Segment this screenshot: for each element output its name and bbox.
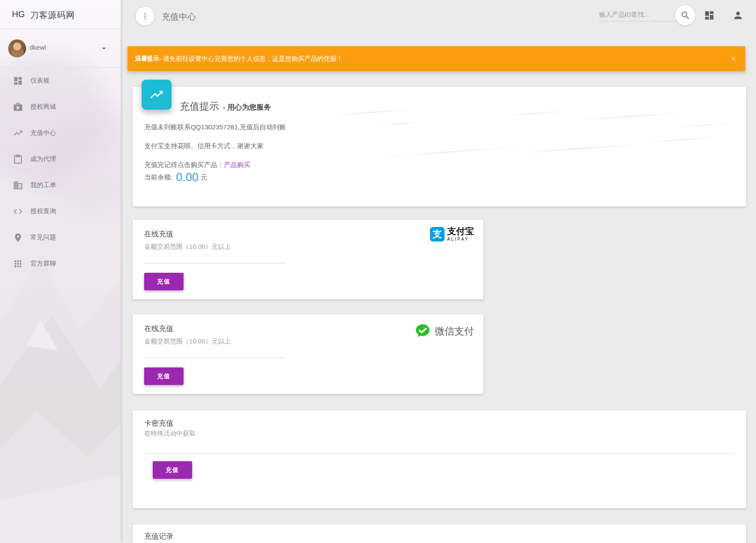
apps-launcher-button[interactable] <box>704 10 715 21</box>
decor-streak <box>676 122 732 128</box>
sidebar: HG 刀客源码网 dkewl 仪表板 授权商城 充值中心 <box>0 0 121 543</box>
alipay-recharge-card: 在线充值 金额交易范围（10.00）元以上 充值 支 支付宝 ALIPAY <box>133 220 483 299</box>
sidebar-item-label: 仪表板 <box>30 77 50 85</box>
tip-card-title: 充值提示 <box>180 100 219 113</box>
records-card-title: 充值记录 <box>144 531 173 541</box>
sidebar-item-faq[interactable]: 常见问题 <box>0 224 121 251</box>
alipay-logo: 支 支付宝 ALIPAY <box>430 227 474 242</box>
wechat-pay-logo: 微信支付 <box>415 323 474 339</box>
apps-grid-icon <box>13 259 23 269</box>
decor-streak <box>642 137 719 143</box>
decor-streak <box>522 144 637 154</box>
sidebar-item-label: 充值中心 <box>30 129 56 137</box>
wechat-card-subtitle: 金额交易范围（10.00）元以上 <box>144 337 231 346</box>
alipay-icon: 支 <box>430 227 445 242</box>
page-title: 充值中心 <box>162 11 196 23</box>
building-icon <box>13 180 23 191</box>
decor-streak <box>379 122 419 126</box>
tip-line-buy: 充值完记得点击购买产品：产品购买 <box>144 161 250 170</box>
wechat-logo-text: 微信支付 <box>435 325 474 338</box>
more-vert-icon <box>140 12 150 21</box>
trending-up-icon <box>149 87 164 102</box>
sidebar-item-official-chat[interactable]: 官方群聊 <box>0 251 121 277</box>
tip-card-subtitle: - 用心为您服务 <box>223 102 271 112</box>
sidebar-item-label: 官方群聊 <box>30 260 56 268</box>
username: dkewl <box>30 44 46 51</box>
trending-up-icon <box>13 128 23 138</box>
cardkey-recharge-card: 卡密充值 在特殊活动中获取 充值 <box>133 411 746 508</box>
cardkey-input[interactable] <box>144 442 735 453</box>
wechat-icon <box>415 323 431 339</box>
recharge-records-card: 充值记录 <box>133 525 746 543</box>
sidebar-item-become-agent[interactable]: 成为代理 <box>0 146 121 172</box>
account-button[interactable] <box>732 10 744 21</box>
brand-name: 刀客源码网 <box>30 9 75 21</box>
product-buy-link[interactable]: 产品购买 <box>224 161 250 168</box>
recharge-tip-card: 充值提示 - 用心为您服务 充值未到账联系QQ1302357281,充值后自动到… <box>133 87 746 206</box>
decor-streak <box>509 110 565 116</box>
alipay-card-title: 在线充值 <box>144 229 173 239</box>
alipay-logo-latin: ALIPAY <box>447 237 474 242</box>
user-avatar <box>8 39 26 57</box>
decor-streak <box>381 146 522 157</box>
tip-card-badge <box>142 80 172 110</box>
tip-line-buy-prefix: 充值完记得点击购买产品： <box>144 161 224 168</box>
clipboard-icon <box>13 154 23 164</box>
alipay-recharge-button[interactable]: 充值 <box>144 273 184 290</box>
wechat-recharge-button[interactable]: 充值 <box>144 367 184 385</box>
wechat-card-title: 在线充值 <box>144 324 173 334</box>
sidebar-item-label: 授权商城 <box>30 103 56 111</box>
chevron-down-icon <box>99 44 109 53</box>
balance-label: 当前余额: <box>144 173 172 182</box>
balance-unit: 元 <box>201 173 208 182</box>
tip-line-contact: 充值未到账联系QQ1302357281,充值后自动到账 <box>144 123 286 132</box>
menu-kebab-button[interactable] <box>136 7 154 26</box>
tip-card-title-row: 充值提示 - 用心为您服务 <box>180 100 271 113</box>
banner-close-icon[interactable]: × <box>729 53 738 64</box>
search-button[interactable] <box>675 5 695 25</box>
banner-bold-text: 温馨提示 <box>135 55 159 63</box>
sidebar-item-label: 常见问题 <box>30 233 56 242</box>
wechat-amount-input[interactable] <box>144 347 285 358</box>
banner-text: - 请先前往设置中心完善您的个人信息，这是您购买产品的凭据！ <box>159 55 343 63</box>
cardkey-card-subtitle: 在特殊活动中获取 <box>144 430 196 438</box>
decor-streak <box>334 109 411 116</box>
sidebar-item-recharge-center[interactable]: 充值中心 <box>0 120 121 146</box>
sidebar-item-my-tickets[interactable]: 我的工单 <box>0 172 121 198</box>
recharge-center-page: HG 刀客源码网 dkewl 仪表板 授权商城 充值中心 <box>0 0 756 543</box>
alipay-card-subtitle: 金额交易范围（10.00）元以上 <box>144 243 231 251</box>
alipay-amount-input[interactable] <box>144 252 285 263</box>
shop-icon <box>13 102 23 112</box>
notice-banner: 温馨提示 - 请先前往设置中心完善您的个人信息，这是您购买产品的凭据！ × <box>127 46 745 71</box>
app-logo: HG <box>12 9 25 19</box>
sidebar-menu: 仪表板 授权商城 充值中心 成为代理 我的工单 授权查询 <box>0 68 121 277</box>
alipay-logo-text: 支付宝 ALIPAY <box>447 227 474 242</box>
map-pin-icon <box>13 233 23 243</box>
balance-value: 0.00 <box>176 171 199 184</box>
code-icon <box>13 206 23 217</box>
sidebar-item-dashboard[interactable]: 仪表板 <box>0 68 121 94</box>
dashboard-icon <box>13 76 23 86</box>
wechat-recharge-card: 在线充值 金额交易范围（10.00）元以上 充值 微信支付 <box>133 314 483 394</box>
sidebar-item-auth-query[interactable]: 授权查询 <box>0 198 121 224</box>
sidebar-item-label: 成为代理 <box>30 155 56 163</box>
alipay-logo-name: 支付宝 <box>447 227 474 236</box>
sidebar-item-auth-shop[interactable]: 授权商城 <box>0 94 121 120</box>
balance-row: 当前余额: 0.00 元 <box>144 171 207 184</box>
sidebar-header: HG 刀客源码网 <box>0 0 121 29</box>
sidebar-item-label: 我的工单 <box>30 181 56 189</box>
decor-streak <box>578 113 680 121</box>
tip-line-alipay-support: 支付宝支持花呗、信用卡方式，谢谢大家 <box>144 142 264 151</box>
search-icon <box>680 10 691 21</box>
sidebar-item-label: 授权查询 <box>30 207 56 215</box>
user-dropdown[interactable]: dkewl <box>0 29 121 68</box>
cardkey-card-title: 卡密充值 <box>144 418 173 428</box>
cardkey-recharge-button[interactable]: 充值 <box>153 461 192 479</box>
search-input[interactable] <box>599 8 679 21</box>
